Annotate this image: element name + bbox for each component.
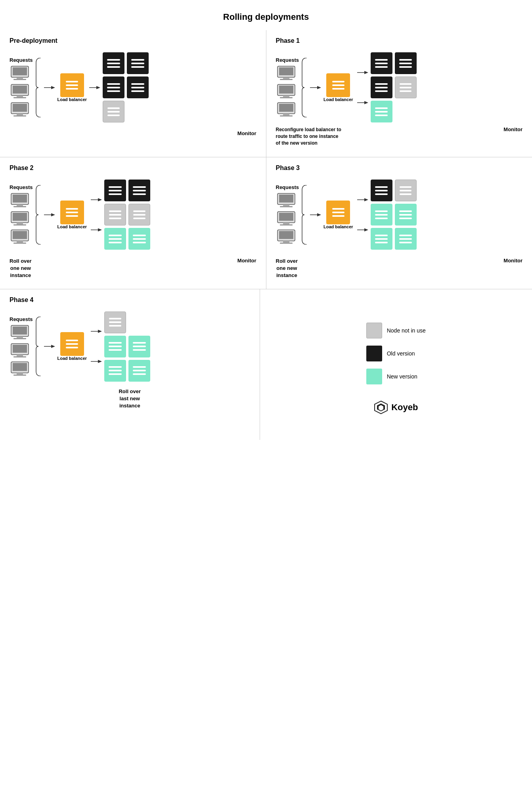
p4-arrow-lb <box>44 343 55 350</box>
p1-brace <box>301 58 308 117</box>
svg-rect-23 <box>280 97 293 98</box>
srv-line <box>399 59 412 61</box>
p2-bottom: Roll over one new instance Monitor <box>10 258 256 279</box>
p1-srv-4 <box>395 76 417 98</box>
svg-marker-87 <box>98 360 102 363</box>
srv-line <box>375 186 388 188</box>
srv-line <box>375 242 388 243</box>
svg-rect-63 <box>280 243 293 244</box>
p4-computer-icon-3 <box>10 361 30 377</box>
pre-brace <box>35 58 42 117</box>
srv-line <box>109 190 121 191</box>
pre-srv-3 <box>103 76 124 98</box>
srv-line <box>133 235 145 236</box>
p2-srv-row3 <box>104 228 150 250</box>
p4-srv-2 <box>104 336 126 357</box>
srv-line <box>133 218 145 219</box>
svg-marker-69 <box>364 228 368 231</box>
srv-line <box>400 190 412 191</box>
svg-rect-27 <box>280 115 293 117</box>
srv-line <box>107 111 120 113</box>
srv-line <box>399 210 412 212</box>
srv-line <box>107 83 120 85</box>
p2-arrows <box>91 197 102 233</box>
svg-rect-75 <box>13 345 27 353</box>
lb-line-3 <box>66 347 78 348</box>
srv-line <box>107 87 120 88</box>
legend-gray: Node not in use <box>366 323 426 338</box>
srv-line <box>133 370 145 371</box>
koyeb-icon <box>374 400 388 415</box>
phase1-panel: Phase 1 Requests <box>266 30 532 157</box>
srv-line <box>131 90 144 92</box>
srv-line <box>375 83 388 85</box>
p4-srv-3 <box>128 336 150 357</box>
pre-computers-section: Requests <box>10 57 33 118</box>
p3-srv-row1 <box>371 180 417 201</box>
svg-rect-76 <box>17 355 23 356</box>
srv-line <box>109 373 121 375</box>
p1-label: Phase 1 <box>276 37 523 44</box>
svg-rect-21 <box>279 86 293 94</box>
svg-rect-54 <box>283 204 289 206</box>
lb-line-2 <box>332 84 344 86</box>
p3-srv-3 <box>371 204 392 226</box>
svg-rect-35 <box>13 195 27 203</box>
p3-computer-icon-1 <box>276 193 297 208</box>
lb-line-3 <box>332 88 344 90</box>
p1-monitor: Monitor <box>503 126 522 132</box>
p1-computers-section: Requests <box>276 57 299 118</box>
srv-line <box>399 218 412 219</box>
srv-line <box>133 186 145 188</box>
p2-srv-6 <box>128 228 150 250</box>
p3-arrow-bot <box>357 227 368 233</box>
srv-line <box>399 63 412 64</box>
srv-line <box>133 373 145 375</box>
p3-arrow-lb <box>310 212 321 218</box>
srv-line <box>133 349 145 351</box>
p4-comp-col <box>10 325 33 377</box>
srv-line <box>131 83 144 85</box>
srv-line <box>107 115 120 116</box>
lb-line-2 <box>66 212 78 213</box>
srv-line <box>107 66 120 68</box>
p2-diagram: Requests <box>10 180 256 250</box>
srv-line <box>133 366 145 368</box>
p3-brace <box>301 185 308 245</box>
p4-srv-row2 <box>104 336 150 357</box>
p4-arrow-bot <box>91 358 102 365</box>
p3-monitor: Monitor <box>503 258 522 264</box>
p1-computer-icon-3 <box>276 102 297 118</box>
svg-rect-77 <box>13 356 26 357</box>
legend-new-box <box>366 369 382 384</box>
row-1: Pre-deployment Requests <box>0 30 532 157</box>
svg-rect-41 <box>13 224 26 226</box>
svg-rect-79 <box>13 363 27 371</box>
srv-line <box>107 59 120 61</box>
p2-monitor: Monitor <box>237 258 256 264</box>
pre-srv-4 <box>127 76 149 98</box>
svg-rect-36 <box>17 204 23 206</box>
srv-line <box>109 238 121 240</box>
svg-rect-73 <box>13 338 26 339</box>
srv-line <box>133 190 145 191</box>
svg-rect-9 <box>13 104 27 112</box>
legend-old-box <box>366 346 382 361</box>
svg-rect-3 <box>13 79 26 80</box>
svg-rect-11 <box>13 115 26 117</box>
svg-rect-6 <box>17 96 23 97</box>
p3-label: Phase 3 <box>276 164 523 172</box>
p1-bottom: Reconfigure load balancer to route traff… <box>276 126 523 146</box>
p4-lb-box <box>60 332 84 356</box>
pre-servers <box>103 52 149 122</box>
svg-rect-62 <box>283 241 289 243</box>
svg-rect-44 <box>17 241 23 243</box>
srv-line <box>400 90 412 92</box>
p2-srv-1 <box>104 180 126 201</box>
p4-diagram: Requests <box>10 312 250 382</box>
srv-line <box>399 66 412 68</box>
srv-line <box>133 193 145 195</box>
srv-line <box>109 342 121 344</box>
svg-rect-39 <box>13 213 27 221</box>
svg-rect-80 <box>17 373 23 375</box>
